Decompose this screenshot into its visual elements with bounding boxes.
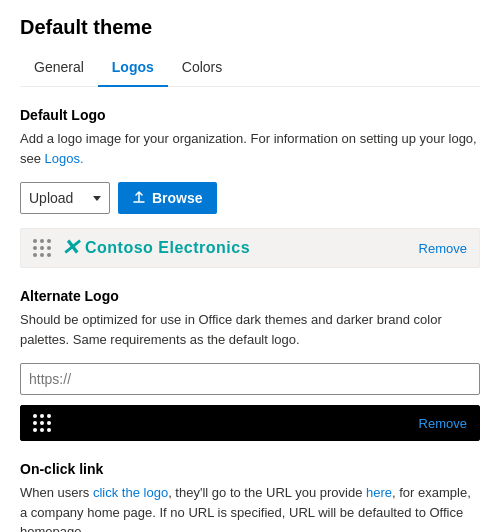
upload-select[interactable]: Upload [20, 182, 110, 214]
upload-row: Upload Browse [20, 182, 480, 214]
logo-brand-display: ✕ Contoso Electronics [61, 237, 419, 259]
on-click-link-description: When users click the logo, they'll go to… [20, 483, 480, 532]
remove-default-logo-link[interactable]: Remove [419, 241, 467, 256]
alternate-logo-section: Alternate Logo Should be optimized for u… [20, 288, 480, 441]
logo-org-name: Contoso Electronics [85, 239, 250, 257]
tab-general-label: General [34, 59, 84, 75]
default-logo-description: Add a logo image for your organization. … [20, 129, 480, 168]
tab-general[interactable]: General [20, 51, 98, 87]
default-logo-title: Default Logo [20, 107, 480, 123]
upload-icon [132, 191, 146, 205]
on-click-desc-text: When users click the logo, they'll go to… [20, 485, 471, 532]
click-link-text: click the logo [93, 485, 168, 500]
upload-select-label: Upload [29, 190, 87, 206]
drag-handle-icon[interactable] [33, 239, 51, 257]
here-link-text: here [366, 485, 392, 500]
tab-logos[interactable]: Logos [98, 51, 168, 87]
tab-colors[interactable]: Colors [168, 51, 236, 87]
chevron-down-icon [93, 196, 101, 201]
logo-x-symbol: ✕ [61, 237, 79, 259]
drag-handle-dark-icon[interactable] [33, 414, 51, 432]
alternate-logo-url-input[interactable] [20, 363, 480, 395]
browse-button-label: Browse [152, 190, 203, 206]
page-title: Default theme [20, 16, 480, 39]
logos-link[interactable]: Logos. [45, 151, 84, 166]
browse-button[interactable]: Browse [118, 182, 217, 214]
on-click-link-section: On-click link When users click the logo,… [20, 461, 480, 532]
default-logo-desc-text1: Add a logo image for your organization. … [20, 131, 477, 166]
tab-logos-label: Logos [112, 59, 154, 75]
alternate-logo-title: Alternate Logo [20, 288, 480, 304]
logo-preview-dark: Remove [20, 405, 480, 441]
logo-preview-light: ✕ Contoso Electronics Remove [20, 228, 480, 268]
tabs-bar: General Logos Colors [20, 51, 480, 87]
alternate-logo-desc-text: Should be optimized for use in Office da… [20, 312, 442, 347]
on-click-link-title: On-click link [20, 461, 480, 477]
tab-colors-label: Colors [182, 59, 222, 75]
remove-alternate-logo-link[interactable]: Remove [419, 416, 467, 431]
default-logo-section: Default Logo Add a logo image for your o… [20, 107, 480, 268]
page-container: Default theme General Logos Colors Defau… [0, 0, 500, 532]
alternate-logo-description: Should be optimized for use in Office da… [20, 310, 480, 349]
